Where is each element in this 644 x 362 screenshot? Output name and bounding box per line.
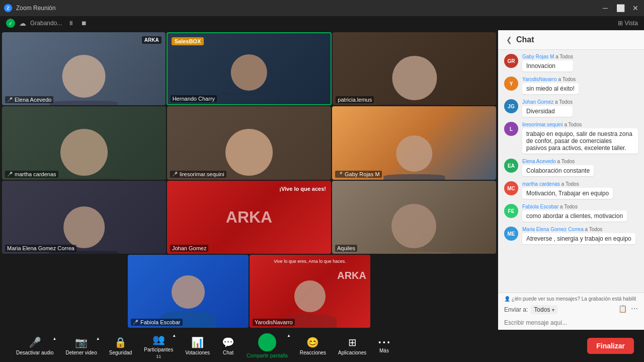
title-bar-controls[interactable]: ─ ⬜ ✕: [601, 4, 640, 13]
send-to-chevron-icon: ▾: [552, 307, 554, 313]
tile-overlay-4: [2, 106, 166, 179]
toolbar-item-audio[interactable]: ▲ 🎤 Desactivar audio: [10, 334, 59, 357]
chat-message-2: Y YarodisNavarro a Todos sin miedo al éx…: [504, 77, 638, 94]
mic-icon-gaby: 🎤: [337, 172, 343, 177]
privacy-icon: 👤: [504, 296, 510, 302]
participant-name-liresorimar: 🎤 liresorimar.sequini: [170, 171, 226, 178]
recording-controls[interactable]: ⏸ ⏹: [66, 19, 89, 28]
tile-overlay-1: ARKA: [2, 32, 166, 105]
more-toolbar-icon: • • •: [378, 338, 389, 346]
video-label: Detener video: [65, 350, 97, 355]
toolbar-item-security[interactable]: 🔒 Seguridad: [103, 334, 138, 357]
toolbar-item-chat[interactable]: 💬 Chat: [216, 334, 240, 357]
tile-overlay-9: [332, 181, 496, 254]
participant-name-martha: 🎤 martha cardenas: [5, 171, 58, 178]
pause-button[interactable]: ⏸: [66, 19, 76, 28]
video-caret[interactable]: ▲: [96, 336, 100, 341]
apps-toolbar-icon: ⊞: [348, 336, 357, 348]
toolbar-item-more[interactable]: • • • Más: [372, 336, 395, 355]
mic-icon-elena: 🎤: [7, 97, 13, 102]
stop-button[interactable]: ⏹: [79, 19, 89, 28]
chat-footer: 👤 ¿ién puede ver sus mensajes? La grabac…: [498, 293, 644, 330]
chat-message-6: MC martha cardenas a Todos Motivación, T…: [504, 181, 638, 199]
video-cell-patricia[interactable]: patricia.lemus: [333, 32, 496, 105]
tile-overlay-11: Vive lo que eres, Ama lo que haces. ARKA: [250, 255, 370, 328]
video-cell-aquiles[interactable]: Aquiles: [332, 181, 496, 254]
video-row-1: ARKA 🎤 Elena Acevedo SalesBOX Hernando C…: [2, 32, 496, 105]
chat-sender-line-5: Elena Acevedo a Todos: [522, 159, 594, 164]
participant-name-gaby: 🎤 Gaby Rojas M: [335, 171, 382, 178]
participant-name-yarodis: YarodisNavarro: [253, 319, 295, 326]
send-to-label: Enviar a:: [504, 306, 528, 313]
chat-message-7: FE Fabiola Escobar a Todos como abordar …: [504, 204, 638, 222]
mic-icon-fabiola: 🎤: [133, 320, 138, 325]
maximize-button[interactable]: ⬜: [616, 4, 625, 13]
more-options-icon[interactable]: ⋯: [631, 305, 638, 313]
video-cell-yarodis[interactable]: Vive lo que eres, Ama lo que haces. ARKA…: [250, 255, 370, 328]
chat-sender-line-7: Fabiola Escobar a Todos: [522, 204, 627, 209]
chat-bubble-8: Atreverse , sinergia y trabajo en equipo: [522, 233, 635, 244]
toolbar-item-share[interactable]: ▲ ⬆ Compartir pantalla: [240, 331, 294, 360]
tile-overlay-6: [332, 106, 496, 179]
share-caret[interactable]: ▲: [287, 333, 291, 338]
participant-name-hernando: Hernando Charry: [171, 95, 217, 102]
video-cell-gaby[interactable]: 🎤 Gaby Rojas M: [332, 106, 496, 179]
mic-icon-liresorimar: 🎤: [172, 172, 178, 177]
chat-privacy-note: 👤 ¿ién puede ver sus mensajes? La grabac…: [504, 296, 638, 302]
toolbar-item-participants[interactable]: ▲ 👥 Participantes 11: [138, 331, 179, 361]
participants-caret[interactable]: ▲: [172, 333, 176, 338]
chat-message-3: JG Johan Gomez a Todos Diversidad: [504, 99, 638, 117]
toolbar-item-reactions[interactable]: 😊 Reacciones: [294, 334, 332, 357]
video-cell-liresorimar[interactable]: 🎤 liresorimar.sequini: [167, 106, 331, 179]
participants-label: Participantes: [144, 347, 173, 352]
toolbar-item-video[interactable]: ▲ 📷 Detener video: [59, 334, 103, 357]
chat-input[interactable]: [504, 319, 638, 326]
voting-toolbar-icon: 📊: [191, 336, 204, 348]
title-bar-left: Z Zoom Reunión: [4, 4, 56, 12]
chat-avatar-5: EA: [504, 159, 518, 173]
chat-message-1: GR Gaby Rojas M a Todos Innovacion: [504, 54, 638, 71]
chat-avatar-3: JG: [504, 99, 518, 113]
video-cell-elena[interactable]: ARKA 🎤 Elena Acevedo: [2, 32, 166, 105]
share-label: Compartir pantalla: [247, 353, 288, 358]
chat-bubble-3: Diversidad: [522, 106, 573, 117]
participants-toolbar-icon: 👥: [152, 333, 165, 345]
video-cell-hernando[interactable]: SalesBOX Hernando Charry: [167, 32, 332, 105]
video-cell-fabiola[interactable]: 🎤 Fabiola Escobar: [128, 255, 249, 328]
vista-label: Vista: [625, 20, 638, 27]
vista-button[interactable]: ⊞ Vista: [618, 20, 638, 27]
video-cell-martha[interactable]: 🎤 martha cardenas: [2, 106, 166, 179]
toolbar: ▲ 🎤 Desactivar audio ▲ 📷 Detener video 🔒…: [0, 330, 644, 362]
chat-close-chevron[interactable]: ❮: [506, 36, 512, 44]
chat-avatar-8: ME: [504, 227, 518, 241]
send-to-dropdown[interactable]: Todos ▾: [531, 305, 557, 314]
chat-avatar-4: L: [504, 122, 518, 136]
chat-panel: ❮ Chat GR Gaby Rojas M a Todos Innovacio…: [498, 30, 644, 330]
chat-message-content-2: YarodisNavarro a Todos sin miedo al éxit…: [522, 77, 579, 94]
file-icon[interactable]: 📋: [618, 305, 627, 313]
minimize-button[interactable]: ─: [601, 4, 610, 13]
end-button[interactable]: Finalizar: [587, 338, 634, 354]
participant-name-fabiola: 🎤 Fabiola Escobar: [131, 319, 183, 326]
toolbar-item-voting[interactable]: 📊 Votaciones: [179, 334, 216, 357]
participants-badge: 11: [156, 354, 161, 359]
close-button[interactable]: ✕: [631, 4, 640, 13]
chat-sender-line-2: YarodisNavarro a Todos: [522, 77, 579, 82]
tile-overlay-10: [128, 255, 249, 328]
voting-label: Votaciones: [185, 350, 210, 355]
video-row-3: Maria Elena Gomez Correa ARKA ¡Vive lo q…: [2, 181, 496, 254]
chat-bubble-7: como abordar a clientes, motivacion: [522, 210, 627, 222]
chat-avatar-7: FE: [504, 204, 518, 218]
chat-avatar-2: Y: [504, 77, 518, 91]
chat-bubble-1: Innovacion: [522, 60, 573, 71]
video-cell-johan[interactable]: ARKA ¡Vive lo que aces! Johan Gomez: [167, 181, 331, 254]
audio-caret[interactable]: ▲: [53, 336, 57, 341]
video-cell-maria-elena[interactable]: Maria Elena Gomez Correa: [2, 181, 166, 254]
window-title: Zoom Reunión: [16, 5, 56, 12]
zoom-logo: Z: [4, 4, 12, 12]
chat-message-content-8: Maria Elena Gomez Correa a Todos Atrever…: [522, 227, 635, 244]
video-grid: ARKA 🎤 Elena Acevedo SalesBOX Hernando C…: [0, 30, 498, 330]
toolbar-item-apps[interactable]: ⊞ Aplicaciones: [332, 334, 372, 357]
recording-text: Grabando...: [30, 20, 62, 27]
chat-message-content-6: martha cardenas a Todos Motivación, Trab…: [522, 181, 613, 199]
